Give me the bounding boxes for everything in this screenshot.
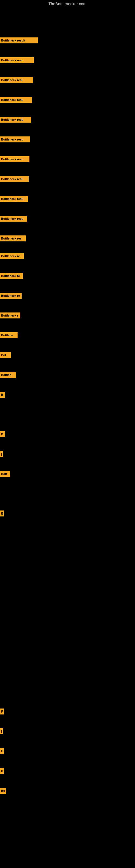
bar-row: |	[0, 728, 135, 734]
bar-row: Bottleneck resu	[0, 216, 135, 222]
bar-row: Bottleneck re	[0, 293, 135, 299]
bar-label: |	[0, 728, 3, 734]
bar-row: Bottleneck resu	[0, 136, 135, 143]
bar-label: E	[0, 510, 4, 517]
bar-row: B	[0, 392, 135, 398]
bar-row: E	[0, 510, 135, 517]
bar-row: Bottleneck res	[0, 236, 135, 241]
bar-label: B	[0, 392, 5, 398]
bar-label: Bottleneck resu	[0, 57, 34, 63]
bar-row: Bottleneck resu	[0, 77, 135, 83]
bar-row: B	[0, 768, 135, 774]
bar-label: Bottleneck r	[0, 312, 20, 318]
bar-row: Bottleneck resu	[0, 176, 135, 182]
bar-label: Bottleneck result	[0, 37, 38, 43]
bar-row: E	[0, 748, 135, 754]
bar-label: Bottleneck resu	[0, 136, 30, 143]
bar-label: Bottleneck res	[0, 236, 26, 241]
bar-row: Bottleneck resu	[0, 196, 135, 202]
bar-label: Bottleneck re	[0, 293, 21, 299]
bar-row: Bottleneck resu	[0, 57, 135, 63]
bar-label: Bottleneck resu	[0, 156, 30, 162]
bar-label: Bot	[0, 352, 11, 358]
bar-label: Bottleneck re	[0, 273, 23, 279]
bar-row: Bottleneck resu	[0, 156, 135, 162]
bar-row: |	[0, 451, 135, 457]
bar-row: F	[0, 709, 135, 714]
bar-label: Bo	[0, 788, 6, 794]
bar-row: B	[0, 431, 135, 437]
bar-label: Bottleneck re	[0, 253, 24, 259]
bar-label: Bott	[0, 471, 10, 477]
bar-row: Bottleneck resu	[0, 117, 135, 123]
bar-label: Bottleneck resu	[0, 77, 33, 83]
bar-label: Bottleneck resu	[0, 97, 32, 103]
bar-label: Bottleneck resu	[0, 176, 29, 182]
bar-label: Bottleneck resu	[0, 216, 27, 222]
bar-row: Bottlene	[0, 332, 135, 338]
bar-label: B	[0, 431, 5, 437]
bar-label: Bottlene	[0, 332, 17, 338]
bar-row: Bottleneck result	[0, 37, 135, 43]
bar-label: Bottlen	[0, 372, 16, 378]
bar-row: Bottleneck re	[0, 253, 135, 259]
site-title: TheBottlenecker.com	[0, 0, 135, 7]
bar-label: |	[0, 451, 3, 457]
bar-row: Bottlen	[0, 372, 135, 378]
bar-label: E	[0, 748, 4, 754]
bar-row: Bot	[0, 352, 135, 358]
bar-row: Bottleneck resu	[0, 97, 135, 103]
bar-label: Bottleneck resu	[0, 196, 28, 202]
bar-label: Bottleneck resu	[0, 117, 31, 123]
bar-row: Bott	[0, 471, 135, 477]
bar-row: Bottleneck re	[0, 273, 135, 279]
bar-label: F	[0, 709, 4, 714]
bar-row: Bo	[0, 788, 135, 794]
bar-label: B	[0, 768, 4, 774]
bar-row: Bottleneck r	[0, 312, 135, 318]
